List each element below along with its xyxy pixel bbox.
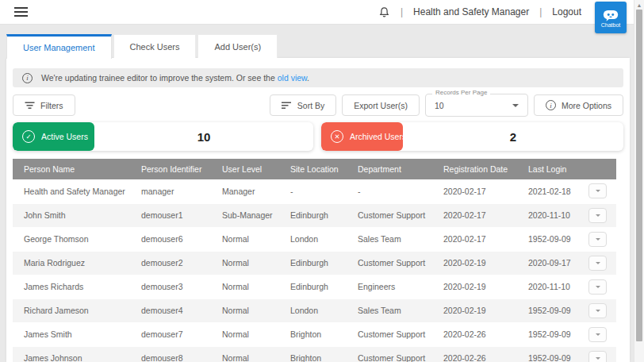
table-cell: 2020-02-19 [432, 251, 517, 275]
table-cell: 1952-09-09 [517, 227, 588, 251]
table-cell: James Smith [13, 322, 130, 346]
filters-label: Filters [40, 101, 63, 110]
table-cell: Customer Support [347, 203, 432, 227]
records-per-page-value: 10 [435, 101, 444, 110]
more-options-button[interactable]: i More Options [534, 94, 623, 116]
table-cell: Brighton [279, 346, 347, 362]
table-body: Health and Safety ManagermanagerManager-… [13, 179, 616, 362]
table-cell: Edinburgh [279, 251, 347, 275]
table-cell: demouser4 [130, 298, 211, 322]
row-actions-button[interactable] [588, 303, 607, 318]
toolbar-right: Sort By Export User(s) Records Per Page … [270, 94, 623, 116]
table-cell: 2020-02-26 [432, 346, 517, 362]
row-actions-button[interactable] [588, 232, 607, 247]
current-user-title: Health and Safety Manager [413, 6, 529, 17]
chatbot-icon [602, 8, 619, 21]
table-cell: 2020-11-10 [517, 203, 588, 227]
main-content-card: i We're updating trainee editor to impro… [6, 58, 630, 362]
row-actions-button[interactable] [588, 256, 607, 271]
tab-add-users[interactable]: Add User(s) [197, 34, 278, 58]
tab-bar: User Management Check Users Add User(s) [6, 34, 278, 59]
separator: | [539, 6, 542, 17]
banner-text: We're updating trainee editor to improve… [41, 73, 309, 83]
records-per-page-label: Records Per Page [432, 89, 490, 96]
row-actions-button[interactable] [588, 351, 607, 362]
scrollbar: ▲ [634, 0, 644, 362]
col-actions [588, 159, 616, 179]
export-users-label: Export User(s) [354, 101, 408, 110]
notifications-bell-icon[interactable] [378, 6, 390, 18]
info-icon: i [22, 73, 33, 83]
table-cell: Normal [211, 346, 279, 362]
table-cell: 2020-02-17 [432, 227, 517, 251]
row-actions-button[interactable] [588, 279, 607, 295]
table-cell: Normal [211, 275, 279, 298]
tab-label: Check Users [130, 42, 180, 52]
active-users-count: 10 [94, 130, 313, 144]
table-cell: demouser3 [130, 275, 211, 298]
col-last-login: Last Login [517, 159, 588, 179]
table-cell: - [279, 179, 347, 203]
top-bar: | Health and Safety Manager | Logout [0, 0, 634, 25]
active-users-pill: ✓ Active Users [13, 122, 94, 151]
table-row: George Thomsondemouser6NormalLondonSales… [13, 227, 616, 251]
table-cell: 2021-02-18 [517, 179, 588, 203]
scroll-up-arrow[interactable]: ▲ [634, 1, 644, 9]
chevron-down-icon [596, 286, 600, 288]
table-cell: 1952-09-09 [517, 298, 588, 322]
archived-users-card[interactable]: ✕ Archived Users 2 [321, 122, 623, 151]
table-cell: 2020-02-17 [432, 179, 517, 203]
table-row: Richard Jamesondemouser4NormalLondonSale… [13, 298, 616, 322]
table-cell: 2020-02-19 [432, 298, 517, 322]
chevron-down-icon [596, 357, 600, 360]
sort-by-button[interactable]: Sort By [270, 94, 336, 116]
hamburger-menu-icon[interactable] [14, 7, 28, 17]
table-cell: Normal [211, 227, 279, 251]
row-actions-button[interactable] [588, 327, 607, 342]
row-actions-button[interactable] [588, 208, 607, 223]
table-cell: Edinburgh [279, 275, 347, 298]
table-cell: Richard Jameson [13, 298, 130, 322]
table-row: Health and Safety ManagermanagerManager-… [13, 179, 616, 203]
info-icon: i [546, 100, 556, 110]
x-circle-icon: ✕ [331, 130, 343, 143]
export-users-button[interactable]: Export User(s) [342, 94, 420, 116]
table-cell: demouser7 [130, 322, 211, 346]
tab-check-users[interactable]: Check Users [113, 34, 197, 58]
table-cell: George Thomson [13, 227, 130, 251]
table-cell: 1952-09-09 [517, 346, 588, 362]
chatbot-button[interactable]: Chatbot [595, 2, 627, 33]
col-registration-date: Registration Date [432, 159, 517, 179]
records-per-page-select[interactable]: Records Per Page 10 [425, 94, 528, 117]
logout-button[interactable]: Logout [552, 6, 581, 17]
table-cell: manager [130, 179, 211, 203]
col-site-location: Site Location [279, 159, 347, 179]
scrollbar-thumb[interactable] [636, 10, 642, 341]
row-actions-cell [588, 298, 616, 322]
row-actions-button[interactable] [588, 183, 607, 198]
sort-by-label: Sort By [297, 101, 324, 110]
old-view-link[interactable]: old view [278, 73, 307, 83]
table-row: James Richardsdemouser3NormalEdinburghEn… [13, 275, 616, 298]
table-cell: 2020-11-10 [517, 275, 588, 298]
filter-icon [25, 102, 35, 110]
filters-button[interactable]: Filters [13, 94, 75, 116]
chevron-down-icon [596, 310, 600, 312]
table-cell: Customer Support [347, 251, 432, 275]
more-options-label: More Options [562, 101, 611, 110]
chevron-down-icon [596, 214, 600, 217]
archived-users-pill: ✕ Archived Users [321, 122, 403, 151]
tab-user-management[interactable]: User Management [6, 34, 112, 59]
row-actions-cell [588, 203, 616, 227]
table-cell: 1952-09-09 [517, 322, 588, 346]
table-cell: Sales Team [347, 298, 432, 322]
table-cell: Customer Support [347, 322, 432, 346]
table-cell: London [279, 298, 347, 322]
info-banner: i We're updating trainee editor to impro… [13, 68, 623, 87]
table-cell: Normal [211, 322, 279, 346]
active-users-card[interactable]: ✓ Active Users 10 [13, 122, 313, 151]
row-actions-cell [588, 227, 616, 251]
table-cell: 2020-02-19 [432, 275, 517, 298]
users-table: Person Name Person Identifier User Level… [13, 159, 616, 362]
table-cell: Brighton [279, 322, 347, 346]
